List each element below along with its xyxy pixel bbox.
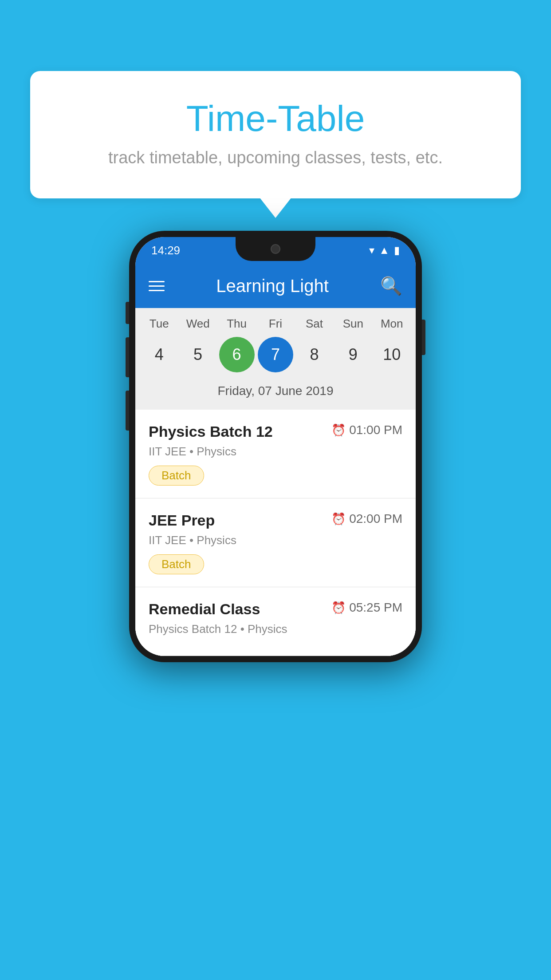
schedule-name-1: Physics Batch 12	[149, 423, 273, 440]
schedule-time-1: ⏰ 01:00 PM	[331, 423, 402, 437]
day-7-selected[interactable]: 7	[258, 337, 293, 372]
day-label-thu: Thu	[219, 317, 255, 331]
day-label-fri: Fri	[258, 317, 293, 331]
clock-icon-1: ⏰	[331, 423, 346, 437]
day-label-sun: Sun	[335, 317, 371, 331]
schedule-meta-2: IIT JEE • Physics	[149, 533, 402, 547]
clock-icon-3: ⏰	[331, 601, 346, 615]
selected-date-label: Friday, 07 June 2019	[140, 379, 411, 405]
day-10[interactable]: 10	[374, 337, 409, 372]
day-label-sat: Sat	[296, 317, 332, 331]
phone-mockup: 14:29 ▾ ▲ ▮ Learning Light 🔍	[129, 231, 422, 662]
batch-badge-2: Batch	[149, 554, 204, 574]
schedule-item-header-1: Physics Batch 12 ⏰ 01:00 PM	[149, 423, 402, 440]
hamburger-line-3	[149, 290, 165, 291]
schedule-meta-1: IIT JEE • Physics	[149, 445, 402, 458]
hamburger-menu[interactable]	[149, 281, 165, 291]
silent-button	[126, 391, 129, 431]
hamburger-line-1	[149, 281, 165, 282]
phone-outer: 14:29 ▾ ▲ ▮ Learning Light 🔍	[129, 231, 422, 662]
day-label-tue: Tue	[142, 317, 177, 331]
volume-up-button	[126, 302, 129, 324]
day-5[interactable]: 5	[180, 337, 216, 372]
schedule-name-2: JEE Prep	[149, 512, 215, 529]
schedule-time-2: ⏰ 02:00 PM	[331, 512, 402, 526]
phone-notch	[236, 237, 315, 261]
signal-icon: ▲	[379, 244, 390, 257]
day-labels: Tue Wed Thu Fri Sat Sun Mon	[140, 317, 411, 331]
power-button	[422, 320, 425, 355]
schedule-name-3: Remedial Class	[149, 601, 260, 618]
battery-icon: ▮	[394, 244, 400, 257]
batch-badge-1: Batch	[149, 466, 204, 486]
tooltip-subtitle: track timetable, upcoming classes, tests…	[52, 148, 499, 167]
volume-down-button	[126, 337, 129, 377]
calendar-strip: Tue Wed Thu Fri Sat Sun Mon 4 5 6 7 8 9 …	[135, 308, 416, 410]
day-numbers: 4 5 6 7 8 9 10	[140, 337, 411, 372]
schedule-item-physics-batch[interactable]: Physics Batch 12 ⏰ 01:00 PM IIT JEE • Ph…	[135, 410, 416, 498]
schedule-item-header-3: Remedial Class ⏰ 05:25 PM	[149, 601, 402, 618]
app-bar: Learning Light 🔍	[135, 264, 416, 308]
schedule-item-remedial[interactable]: Remedial Class ⏰ 05:25 PM Physics Batch …	[135, 587, 416, 656]
day-9[interactable]: 9	[335, 337, 371, 372]
schedule-list: Physics Batch 12 ⏰ 01:00 PM IIT JEE • Ph…	[135, 410, 416, 656]
schedule-time-3: ⏰ 05:25 PM	[331, 601, 402, 615]
schedule-item-header-2: JEE Prep ⏰ 02:00 PM	[149, 512, 402, 529]
app-title: Learning Light	[216, 276, 329, 296]
tooltip-title: Time-Table	[52, 98, 499, 139]
day-label-wed: Wed	[180, 317, 216, 331]
day-8[interactable]: 8	[296, 337, 332, 372]
day-6-today[interactable]: 6	[219, 337, 255, 372]
phone-screen: 14:29 ▾ ▲ ▮ Learning Light 🔍	[135, 237, 416, 656]
hamburger-line-2	[149, 285, 165, 287]
camera-dot	[271, 244, 280, 254]
day-label-mon: Mon	[374, 317, 409, 331]
status-time: 14:29	[151, 244, 180, 257]
schedule-item-jee-prep[interactable]: JEE Prep ⏰ 02:00 PM IIT JEE • Physics Ba…	[135, 498, 416, 587]
search-icon[interactable]: 🔍	[380, 276, 402, 296]
day-4[interactable]: 4	[142, 337, 177, 372]
schedule-meta-3: Physics Batch 12 • Physics	[149, 622, 402, 636]
tooltip-card: Time-Table track timetable, upcoming cla…	[30, 71, 521, 198]
clock-icon-2: ⏰	[331, 512, 346, 526]
status-icons: ▾ ▲ ▮	[369, 244, 400, 257]
wifi-icon: ▾	[369, 244, 374, 257]
